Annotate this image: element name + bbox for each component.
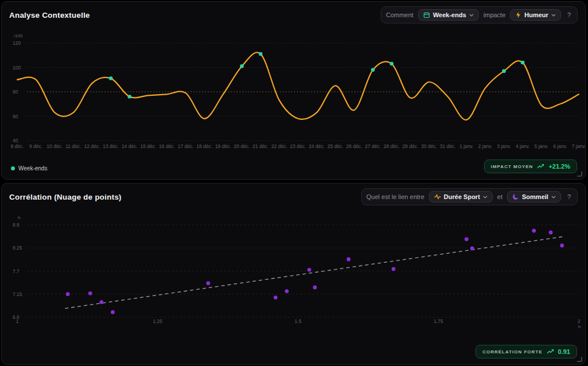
weekend-data-point[interactable] — [502, 69, 506, 73]
calendar-icon — [423, 11, 430, 18]
impact-badge: IMPACT MOYEN +21.2% — [484, 159, 577, 173]
x-tick-label: 3 janv. — [497, 143, 510, 149]
x-tick-label: 24 déc. — [309, 143, 325, 149]
x-tick-label: 1.25 — [153, 318, 163, 324]
metric-dropdown[interactable]: Humeur — [510, 9, 561, 21]
weekend-data-point[interactable] — [240, 64, 244, 68]
scatter-data-point[interactable] — [549, 231, 553, 235]
x-tick-label: 27 déc. — [365, 143, 381, 149]
x-tick-label: 2 janv. — [478, 143, 492, 149]
x-tick-label: 8 déc. — [10, 143, 24, 149]
x-tick-label: 1 janv. — [459, 143, 473, 149]
correlation-panel-title: Corrélation (Nuage de points) — [9, 193, 122, 201]
scatter-data-point[interactable] — [307, 268, 311, 272]
activity-icon — [434, 193, 441, 200]
context-panel-title: Analyse Contextuelle — [9, 11, 90, 20]
y-tick-label: 60 — [13, 114, 18, 119]
x-tick-label: 17 déc. — [177, 143, 194, 149]
x-tick-label: 20 déc. — [234, 143, 250, 149]
chevron-down-icon — [469, 14, 474, 17]
correlation-help-button[interactable]: ? — [566, 193, 572, 200]
scatter-data-point[interactable] — [274, 295, 278, 299]
x-tick-label: 21 déc. — [253, 143, 269, 149]
zap-icon — [515, 11, 521, 18]
correlation-badge-label: CORRÉLATION FORTE — [482, 349, 542, 355]
scatter-data-point[interactable] — [285, 289, 289, 293]
metric-dropdown-label: Humeur — [524, 11, 548, 18]
x-tick-label: 26 déc. — [346, 143, 362, 149]
scatter-data-point[interactable] — [465, 237, 469, 242]
x-tick-label: 19 déc. — [215, 143, 231, 149]
x-tick-label: 22 déc. — [271, 143, 287, 149]
moon-icon — [512, 193, 519, 200]
scatter-data-point[interactable] — [206, 281, 210, 285]
x-tick-label: 7 janv. — [572, 143, 585, 149]
context-question-prefix: Comment — [386, 11, 413, 18]
y-tick-label: 120 — [13, 40, 21, 46]
context-help-button[interactable]: ? — [566, 11, 572, 18]
y-tick-label: 40 — [13, 138, 18, 143]
correlation-badge-value: 0.91 — [558, 348, 570, 355]
correlation-panel-header: Corrélation (Nuage de points) Quel est l… — [2, 184, 585, 210]
scatter-data-point[interactable] — [88, 291, 92, 295]
x-tick-label: 13 déc. — [103, 143, 119, 149]
legend-label: Week-ends — [18, 165, 47, 172]
context-controls: Comment Week-ends impacte Humeur — [381, 6, 578, 24]
panel-resize-handle[interactable] — [577, 172, 582, 177]
x-tick-label: 29 déc. — [403, 143, 419, 149]
impact-badge-label: IMPACT MOYEN — [491, 164, 533, 169]
scatter-data-point[interactable] — [470, 247, 474, 251]
x-tick-label: 30 déc. — [421, 143, 437, 149]
weekend-data-point[interactable] — [127, 95, 131, 99]
scatter-data-point[interactable] — [111, 310, 115, 314]
y-tick-label: 80 — [13, 89, 18, 95]
x-tick-label: 6 janv. — [553, 143, 567, 149]
correlation-controls: Quel est le lien entre Durée Sport et So… — [361, 188, 578, 205]
x-tick-label: 12 déc. — [84, 143, 100, 149]
x-tick-label: 1.5 — [295, 318, 301, 324]
y-tick-label: 100 — [13, 65, 21, 71]
correlation-question-middle: et — [497, 193, 502, 200]
context-analysis-panel: Analyse Contextuelle Comment Week-ends i… — [1, 1, 586, 180]
scatter-data-point[interactable] — [347, 258, 351, 262]
variable-x-dropdown[interactable]: Durée Sport — [429, 191, 493, 203]
variable-y-dropdown[interactable]: Sommeil — [507, 191, 561, 203]
context-line-chart-canvas: /1001201008060408 déc.9 déc.10 déc.11 dé… — [3, 32, 585, 154]
scatter-data-point[interactable] — [392, 267, 396, 271]
correlation-question-prefix: Quel est le lien entre — [366, 193, 424, 200]
scatter-data-point[interactable] — [313, 286, 317, 290]
y-tick-label: 7.15 — [13, 291, 22, 297]
x-tick-label: 1 — [16, 318, 19, 324]
x-tick-label: 9 déc. — [29, 143, 42, 149]
x-axis-unit-label: h — [578, 324, 581, 329]
legend-dot-icon — [11, 166, 15, 170]
variable-y-dropdown-label: Sommeil — [522, 193, 548, 200]
x-tick-label: 1.75 — [434, 318, 443, 324]
panel-resize-handle[interactable] — [577, 357, 582, 362]
chevron-down-icon — [551, 14, 556, 17]
weekend-data-point[interactable] — [521, 61, 525, 65]
x-tick-label: 15 déc. — [140, 143, 156, 149]
x-tick-label: 28 déc. — [384, 143, 400, 149]
weekend-data-point[interactable] — [109, 76, 113, 80]
weekend-data-point[interactable] — [390, 62, 394, 66]
weekend-data-point[interactable] — [371, 68, 375, 72]
x-tick-label: 5 janv. — [535, 143, 548, 149]
x-tick-label: 25 déc. — [327, 143, 343, 149]
y-tick-label: 7.7 — [13, 268, 20, 274]
trending-up-icon — [537, 163, 544, 169]
factor-dropdown[interactable]: Week-ends — [418, 9, 479, 21]
chevron-down-icon — [551, 196, 556, 198]
y-tick-label: 8.8 — [13, 222, 20, 228]
scatter-data-point[interactable] — [66, 292, 70, 296]
scatter-data-point[interactable] — [560, 244, 564, 248]
weekend-data-point[interactable] — [259, 52, 263, 56]
correlation-scatter-canvas: h8.88.257.77.156.611.251.51.752h — [3, 213, 585, 338]
scatter-data-point[interactable] — [532, 229, 536, 233]
chevron-down-icon — [483, 196, 488, 198]
x-tick-label: 11 déc. — [65, 143, 81, 149]
context-panel-header: Analyse Contextuelle Comment Week-ends i… — [2, 2, 585, 28]
scatter-data-point[interactable] — [99, 300, 103, 304]
correlation-badge: CORRÉLATION FORTE 0.91 — [475, 345, 577, 359]
x-tick-label: 31 déc. — [440, 143, 456, 149]
